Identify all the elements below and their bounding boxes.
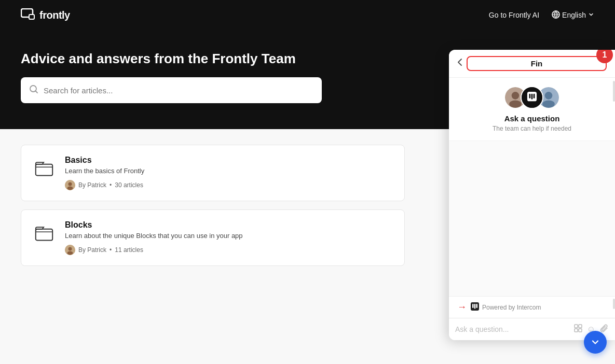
chat-body: [449, 141, 615, 296]
language-selector[interactable]: English: [552, 10, 594, 20]
chat-branding: → Powered by Intercom: [449, 296, 615, 318]
goto-frontly-ai-link[interactable]: Go to Frontly AI: [489, 11, 539, 19]
collection-meta: By Patrick • 30 articles: [65, 180, 144, 190]
folder-icon: [34, 222, 54, 243]
svg-point-8: [67, 187, 73, 190]
search-icon: [29, 85, 38, 96]
intercom-icon: [471, 302, 479, 312]
svg-point-25: [545, 92, 553, 100]
notification-badge: 1: [596, 50, 613, 63]
search-bar[interactable]: [21, 77, 322, 103]
svg-point-13: [67, 251, 73, 255]
svg-point-18: [509, 100, 522, 108]
separator: •: [110, 246, 112, 254]
agent-avatars: [504, 86, 560, 109]
author-name: By Patrick: [78, 181, 106, 189]
chat-tab-fin[interactable]: Fin: [467, 56, 607, 71]
agent-avatar-main: [521, 86, 543, 109]
chevron-down-icon: [588, 11, 594, 19]
branding-text: Powered by Intercom: [482, 304, 541, 311]
collection-description: Learn about the unique Blocks that you c…: [65, 232, 243, 240]
logo-text: frontly: [39, 9, 70, 21]
article-count: 11 articles: [115, 246, 143, 254]
collection-description: Learn the basics of Frontly: [65, 167, 144, 175]
svg-rect-31: [575, 325, 578, 328]
svg-rect-32: [579, 325, 582, 328]
svg-point-26: [542, 100, 555, 108]
language-label: English: [562, 11, 586, 19]
scroll-down-button[interactable]: [584, 331, 607, 354]
chat-agent-area: Ask a question The team can help if need…: [449, 78, 615, 141]
svg-rect-23: [534, 94, 535, 99]
chat-ask-subtitle: The team can help if needed: [493, 125, 571, 132]
collection-title: Blocks: [65, 220, 243, 230]
chat-input[interactable]: [455, 325, 569, 333]
author-avatar: [65, 180, 75, 190]
folder-icon: [34, 158, 54, 178]
svg-point-17: [512, 92, 520, 100]
site-header: frontly Go to Frontly AI English: [0, 0, 615, 30]
globe-icon: [552, 10, 560, 20]
author-avatar: [65, 245, 75, 255]
collection-card[interactable]: Blocks Learn about the unique Blocks tha…: [21, 209, 405, 266]
collection-meta: By Patrick • 11 articles: [65, 245, 243, 255]
svg-rect-34: [579, 329, 582, 332]
arrow-indicator: →: [457, 302, 467, 313]
svg-rect-4: [36, 164, 52, 176]
chat-ask-title: Ask a question: [504, 114, 560, 123]
article-count: 30 articles: [115, 181, 143, 189]
svg-rect-33: [575, 329, 578, 332]
chat-header: Fin 1: [449, 50, 615, 78]
chat-scrollbar: [613, 141, 615, 296]
svg-point-12: [69, 247, 72, 251]
collection-info: Basics Learn the basics of Frontly By Pa…: [65, 156, 144, 190]
chat-widget: Fin 1 Ask a question: [449, 50, 615, 340]
collection-card[interactable]: Basics Learn the basics of Frontly By Pa…: [21, 145, 405, 201]
svg-rect-29: [474, 304, 476, 309]
chat-grid-icon[interactable]: [573, 324, 583, 335]
header-nav: Go to Frontly AI English: [489, 10, 594, 20]
collection-info: Blocks Learn about the unique Blocks tha…: [65, 220, 243, 255]
svg-point-7: [69, 183, 72, 186]
logo[interactable]: frontly: [21, 8, 70, 22]
svg-rect-1: [29, 15, 34, 19]
chat-back-button[interactable]: [457, 58, 462, 69]
search-input[interactable]: [44, 86, 313, 95]
svg-rect-9: [36, 229, 52, 241]
svg-rect-22: [531, 94, 533, 100]
author-name: By Patrick: [78, 246, 106, 254]
svg-rect-21: [529, 94, 531, 99]
svg-rect-28: [472, 304, 474, 308]
logo-icon: [21, 8, 35, 22]
collection-title: Basics: [65, 156, 144, 165]
svg-rect-30: [476, 304, 478, 308]
separator: •: [110, 181, 112, 189]
